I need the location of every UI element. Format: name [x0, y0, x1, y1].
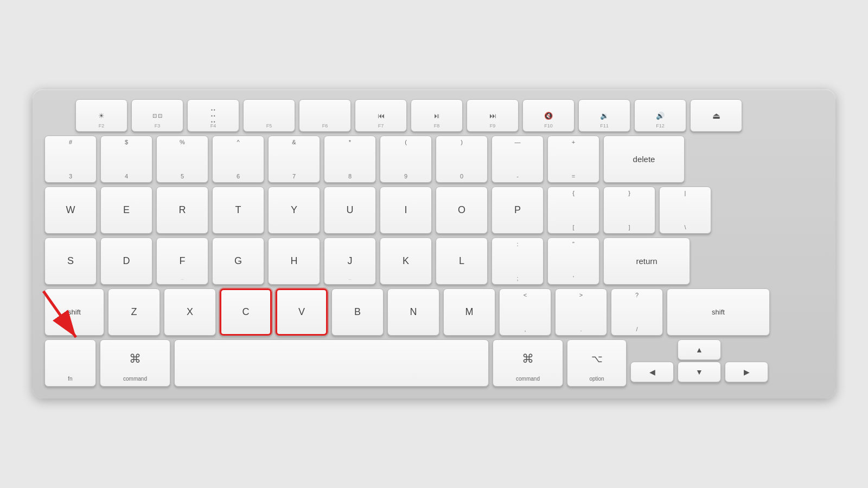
- key-arrow-left[interactable]: ◀: [630, 362, 674, 382]
- key-space[interactable]: [174, 339, 489, 387]
- number-row: # 3 $ 4 % 5 ^ 6 & 7 * 8 ( 9 ) 0: [44, 136, 824, 183]
- key-f6[interactable]: F6: [299, 99, 351, 132]
- fn-row: ☀ F2 ⊡⊡ F3 ▪▪▪▪▪▪ F4 F5 F6 ⏮ F7 ⏯ F8: [44, 99, 824, 132]
- modifier-row: fn ⌘ command ⌘ command ⌥ option ▲ ◀: [44, 339, 824, 387]
- key-7[interactable]: & 7: [268, 136, 320, 183]
- key-shift-left[interactable]: shift: [44, 288, 104, 336]
- key-b[interactable]: B: [331, 288, 384, 336]
- key-n[interactable]: N: [387, 288, 439, 336]
- key-slash[interactable]: ? /: [611, 288, 663, 336]
- key-f11[interactable]: 🔉 F11: [578, 99, 630, 132]
- key-p[interactable]: P: [492, 187, 544, 234]
- key-comma[interactable]: < ,: [499, 288, 551, 336]
- key-i[interactable]: I: [380, 187, 432, 234]
- key-r[interactable]: R: [156, 187, 208, 234]
- key-f4[interactable]: ▪▪▪▪▪▪ F4: [187, 99, 239, 132]
- key-f8[interactable]: ⏯ F8: [411, 99, 463, 132]
- key-0[interactable]: ) 0: [436, 136, 488, 183]
- key-option-label: option: [589, 376, 604, 382]
- key-h[interactable]: H: [268, 237, 320, 285]
- key-v[interactable]: V: [276, 288, 328, 336]
- key-arrow-down[interactable]: ▼: [678, 362, 721, 382]
- key-eject[interactable]: ⏏: [690, 99, 742, 132]
- key-return[interactable]: return: [603, 237, 690, 285]
- key-3[interactable]: # 3: [44, 136, 97, 183]
- key-y[interactable]: Y: [268, 187, 320, 234]
- key-5[interactable]: % 5: [156, 136, 208, 183]
- key-u[interactable]: U: [324, 187, 376, 234]
- key-k[interactable]: K: [380, 237, 432, 285]
- key-f5[interactable]: F5: [243, 99, 295, 132]
- key-command-right-label: command: [516, 376, 540, 382]
- middle-letter-row: S D F _ G H J _ K L : ; " ': [44, 237, 824, 285]
- key-j[interactable]: J _: [324, 237, 376, 285]
- key-f10[interactable]: 🔇 F10: [522, 99, 575, 132]
- key-command-right[interactable]: ⌘ command: [493, 339, 563, 387]
- key-f[interactable]: F _: [156, 237, 208, 285]
- key-minus[interactable]: — -: [492, 136, 544, 183]
- key-command-left[interactable]: ⌘ command: [100, 339, 170, 387]
- key-s[interactable]: S: [44, 237, 97, 285]
- key-m[interactable]: M: [443, 288, 495, 336]
- key-period[interactable]: > .: [555, 288, 607, 336]
- key-arrow-right[interactable]: ▶: [725, 362, 768, 382]
- key-f12[interactable]: 🔊 F12: [634, 99, 686, 132]
- key-9[interactable]: ( 9: [380, 136, 432, 183]
- key-4[interactable]: $ 4: [100, 136, 152, 183]
- key-quote[interactable]: " ': [547, 237, 599, 285]
- key-backslash[interactable]: | \: [659, 187, 711, 234]
- key-semicolon[interactable]: : ;: [492, 237, 544, 285]
- key-t[interactable]: T: [212, 187, 264, 234]
- key-option[interactable]: ⌥ option: [567, 339, 627, 387]
- key-z[interactable]: Z: [108, 288, 160, 336]
- bottom-letter-row: shift Z X C V B N M < , > .: [44, 288, 824, 336]
- key-c[interactable]: C: [220, 288, 272, 336]
- keyboard: ☀ F2 ⊡⊡ F3 ▪▪▪▪▪▪ F4 F5 F6 ⏮ F7 ⏯ F8: [33, 89, 835, 399]
- key-f9[interactable]: ⏭ F9: [467, 99, 519, 132]
- key-equals[interactable]: + =: [547, 136, 599, 183]
- key-6[interactable]: ^ 6: [212, 136, 264, 183]
- key-o[interactable]: O: [436, 187, 488, 234]
- key-d[interactable]: D: [100, 237, 152, 285]
- key-delete[interactable]: delete: [603, 136, 685, 183]
- key-open-bracket[interactable]: { [: [547, 187, 599, 234]
- key-f3[interactable]: ⊡⊡ F3: [131, 99, 183, 132]
- top-letter-row: W E R T Y U I O P { [ } ]: [44, 187, 824, 234]
- key-8[interactable]: * 8: [324, 136, 376, 183]
- key-e[interactable]: E: [100, 187, 152, 234]
- key-command-left-label: command: [123, 376, 147, 382]
- key-g[interactable]: G: [212, 237, 264, 285]
- key-f7[interactable]: ⏮ F7: [355, 99, 407, 132]
- key-fn[interactable]: fn: [44, 339, 96, 387]
- key-close-bracket[interactable]: } ]: [603, 187, 655, 234]
- key-l[interactable]: L: [436, 237, 488, 285]
- key-arrow-up[interactable]: ▲: [678, 339, 721, 360]
- key-w[interactable]: W: [44, 187, 97, 234]
- key-x[interactable]: X: [164, 288, 216, 336]
- arrow-cluster: ▲ ◀ ▼ ▶: [630, 339, 768, 387]
- key-f2[interactable]: ☀ F2: [75, 99, 127, 132]
- key-shift-right[interactable]: shift: [667, 288, 770, 336]
